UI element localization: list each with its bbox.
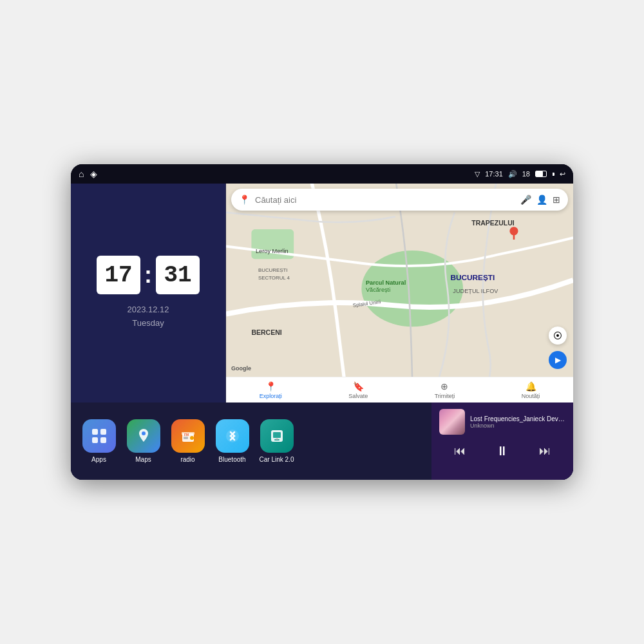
clock-panel: 17 : 31 2023.12.12 Tuesday [71,184,225,402]
news-label: Noutăți [522,393,540,399]
status-time: 17:31 [485,170,503,178]
svg-rect-16 [100,429,106,435]
svg-point-19 [142,431,146,435]
svg-point-22 [190,436,194,440]
svg-text:Parcul Natural: Parcul Natural [366,279,406,286]
account-icon[interactable]: 👤 [536,194,547,205]
saved-icon: 🔖 [353,381,364,392]
play-pause-button[interactable]: ⏸ [491,441,514,461]
svg-text:BUCUREȘTI: BUCUREȘTI [258,267,288,273]
radio-label: radio [180,456,194,463]
bluetooth-label: Bluetooth [218,456,245,463]
google-logo: Google [231,365,251,372]
svg-text:Văcărești: Văcărești [366,287,390,293]
status-right: ▽ 17:31 🔊 18 ↩ [475,170,565,178]
svg-text:SECTORUL 4: SECTORUL 4 [258,275,290,281]
map-nav-saved[interactable]: 🔖 Salvate [348,381,368,399]
radio-icon-svg: FM [180,428,196,444]
map-svg: TRAPEZULUI BUCUREȘTI JUDEȚUL ILFOV BERCE… [226,184,573,377]
clock-colon: : [144,261,152,289]
top-section: 17 : 31 2023.12.12 Tuesday 📍 🎤 [71,184,573,402]
clock-date: 2023.12.12 Tuesday [127,303,169,330]
app-item-bluetooth[interactable]: Bluetooth [214,419,250,463]
clock-display: 17 : 31 [97,256,200,294]
svg-text:TRAPEZULUI: TRAPEZULUI [471,219,515,227]
svg-text:BUCUREȘTI: BUCUREȘTI [450,273,495,282]
bluetooth-icon [216,419,249,453]
svg-text:Leroy Merlin: Leroy Merlin [256,248,289,254]
send-label: Trimiteți [435,393,455,399]
svg-rect-23 [184,437,188,439]
device-frame: ⌂ ◈ ▽ 17:31 🔊 18 ↩ 17 : 31 [71,164,573,480]
volume-icon: 🔊 [508,170,517,178]
map-navigate-button[interactable]: ▶ [549,351,567,369]
app-item-carlink[interactable]: Car Link 2.0 [259,419,294,463]
music-text: Lost Frequencies_Janieck Devy-... Unknow… [470,415,565,429]
map-background: TRAPEZULUI BUCUREȘTI JUDEȚUL ILFOV BERCE… [226,184,573,377]
map-panel[interactable]: 📍 🎤 👤 ⊞ [226,184,573,402]
next-button[interactable]: ⏭ [534,442,556,460]
svg-point-25 [226,430,239,442]
apps-area: Apps Maps [71,402,431,480]
apps-label: Apps [91,456,106,463]
news-icon: 🔔 [526,381,536,392]
bottom-section: Apps Maps [71,402,573,480]
back-icon[interactable]: ↩ [560,170,565,178]
map-search-bar[interactable]: 📍 🎤 👤 ⊞ [231,189,568,211]
maps-icon-svg [135,428,152,444]
music-title: Lost Frequencies_Janieck Devy-... [470,415,565,422]
music-info: Lost Frequencies_Janieck Devy-... Unknow… [439,409,565,435]
status-bar: ⌂ ◈ ▽ 17:31 🔊 18 ↩ [71,164,573,184]
music-thumbnail [439,409,465,435]
svg-rect-27 [273,432,281,438]
svg-text:BERCENI: BERCENI [251,328,281,336]
grid-icon[interactable]: ⊞ [553,194,560,205]
prev-button[interactable]: ⏮ [449,442,471,460]
explore-icon: 📍 [265,381,276,392]
map-pin-icon: 📍 [239,194,250,205]
map-bottom-nav: 📍 Explorați 🔖 Salvate ⊕ Trimiteți 🔔 Nout… [226,377,573,402]
map-nav-send[interactable]: ⊕ Trimiteți [435,381,455,399]
app-item-apps[interactable]: Apps [81,419,117,463]
music-player: Lost Frequencies_Janieck Devy-... Unknow… [431,402,573,480]
gps-icon: ▽ [475,170,480,178]
radio-icon: FM [171,419,205,453]
map-search-input[interactable] [255,195,515,205]
home-icon[interactable]: ⌂ [79,169,84,179]
apps-icon-svg [91,428,108,444]
svg-rect-15 [92,429,98,435]
carlink-icon-svg [269,428,285,444]
status-left: ⌂ ◈ [79,169,97,179]
svg-text:JUDEȚUL ILFOV: JUDEȚUL ILFOV [453,288,498,294]
carlink-icon [260,419,294,453]
clock-minutes: 31 [156,256,200,294]
carlink-label: Car Link 2.0 [260,456,294,463]
explore-label: Explorați [260,393,282,399]
signal-strength: 18 [522,170,530,178]
battery-icon [535,171,547,177]
maps-icon [127,419,160,453]
apps-icon [82,419,116,453]
voice-search-icon[interactable]: 🎤 [520,194,531,205]
music-controls: ⏮ ⏸ ⏭ [439,441,565,461]
maps-label: Maps [135,456,151,463]
svg-rect-17 [92,437,98,443]
saved-label: Salvate [348,393,368,399]
map-nav-news[interactable]: 🔔 Noutăți [522,381,540,399]
music-artist: Unknown [470,422,565,429]
svg-rect-29 [276,439,278,440]
send-icon: ⊕ [440,381,448,392]
map-location-button[interactable]: ⦿ [549,327,567,345]
app-item-radio[interactable]: FM radio [170,419,205,463]
battery-tip-shape [553,173,554,176]
screen: 17 : 31 2023.12.12 Tuesday 📍 🎤 [71,184,573,480]
bluetooth-icon-svg [224,428,241,444]
app-item-maps[interactable]: Maps [126,419,161,463]
maps-shortcut-icon[interactable]: ◈ [90,169,97,179]
svg-rect-18 [100,437,106,443]
clock-hours: 17 [97,256,140,294]
map-search-icons: 🎤 👤 ⊞ [520,194,560,205]
svg-text:FM: FM [184,433,189,437]
map-nav-explore[interactable]: 📍 Explorați [260,381,282,399]
